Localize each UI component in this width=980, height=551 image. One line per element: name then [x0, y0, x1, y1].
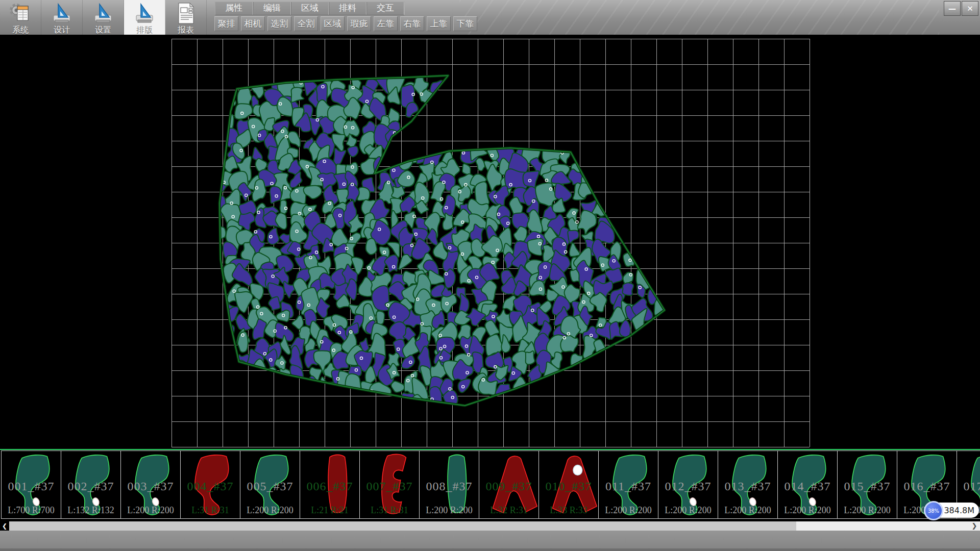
thumbnail-piece-15[interactable]: 015_#37L:200 R:200 [837, 450, 897, 519]
ruler-icon [50, 0, 74, 25]
piece-id-label: 015_#37 [838, 480, 897, 493]
thumbnail-piece-4[interactable]: 004_#37L:31 R:31 [180, 450, 240, 519]
scrollbar-thumb[interactable] [9, 521, 796, 531]
app-button-5[interactable]: 报表 [165, 0, 207, 35]
piece-id-label: 002_#37 [61, 480, 120, 493]
toolbar-texture [459, 0, 939, 35]
app-mode-bar: 系统设计设置排版报表 [0, 0, 207, 35]
minimize-button[interactable]: — [944, 1, 961, 16]
piece-id-label: 001_#37 [2, 480, 61, 493]
thumbnail-piece-9[interactable]: 009_#37L:32 R:31 [479, 450, 539, 519]
horizontal-scrollbar[interactable]: ❮ ❯ [0, 521, 980, 531]
piece-id-label: 004_#37 [181, 480, 240, 493]
menu-tab-1[interactable]: 属性 [215, 2, 253, 15]
scroll-left-arrow-icon[interactable]: ❮ [0, 521, 9, 531]
nested-pieces-layer [203, 69, 670, 419]
piece-lr-count: L:33 R:33 [539, 505, 598, 516]
tool-button-4[interactable]: 全割 [294, 16, 318, 31]
piece-id-label: 013_#37 [718, 480, 777, 493]
tool-button-1[interactable]: 聚排 [214, 16, 238, 31]
ruler-icon [133, 0, 156, 25]
nesting-drawing [0, 35, 980, 449]
application-window: 系统设计设置排版报表 属性编辑区域排料交互 聚排相机选割全割区域瑕疵左靠右靠上靠… [0, 0, 980, 551]
thumbnail-piece-5[interactable]: 005_#37L:200 R:200 [240, 450, 300, 519]
piece-lr-count: L:132 R:132 [61, 505, 120, 516]
app-button-3[interactable]: 设置 [83, 0, 124, 35]
tool-button-row: 聚排相机选割全割区域瑕疵左靠右靠上靠下靠 [214, 16, 477, 31]
system-icon [9, 0, 32, 25]
main-toolbar: 系统设计设置排版报表 属性编辑区域排料交互 聚排相机选割全割区域瑕疵左靠右靠上靠… [0, 0, 980, 35]
thumbnail-piece-14[interactable]: 014_#37L:200 R:200 [777, 450, 838, 519]
tool-button-8[interactable]: 右靠 [400, 16, 424, 31]
piece-id-label: 003_#37 [121, 480, 180, 493]
piece-id-label: 012_#37 [658, 480, 718, 493]
report-icon [174, 0, 198, 25]
ruler-icon [91, 0, 115, 25]
tool-button-5[interactable]: 区域 [321, 16, 345, 31]
tool-button-7[interactable]: 左靠 [374, 16, 398, 31]
piece-lr-count: L:200 R:200 [599, 505, 658, 516]
app-button-label: 设置 [95, 25, 111, 35]
piece-id-label: 011_#37 [599, 480, 658, 493]
app-button-1[interactable]: 系统 [0, 0, 41, 35]
piece-thumbnail-strip: 001_#37L:700 R:700002_#37L:132 R:132003_… [0, 449, 980, 521]
piece-lr-count: L:200 R:200 [658, 505, 718, 516]
piece-id-label: 014_#37 [778, 480, 837, 493]
tool-button-10[interactable]: 下靠 [453, 16, 477, 31]
piece-id-label: 017_#37 [957, 480, 980, 493]
thumbnail-piece-8[interactable]: 008_#37L:200 R:200 [419, 450, 479, 519]
menu-tab-bar: 属性编辑区域排料交互 [215, 2, 405, 15]
thumbnail-piece-7[interactable]: 007_#37L:31 R:31 [359, 450, 420, 519]
piece-lr-count: L:200 R:200 [718, 505, 777, 516]
menu-tab-4[interactable]: 排料 [329, 2, 366, 15]
piece-lr-count: L:200 R:200 [240, 505, 300, 516]
piece-lr-count: L:200 R:200 [121, 505, 180, 516]
piece-lr-count: L:32 R:31 [479, 505, 538, 516]
thumbnail-piece-2[interactable]: 002_#37L:132 R:132 [61, 450, 121, 519]
thumbnail-piece-11[interactable]: 011_#37L:200 R:200 [598, 450, 658, 519]
piece-id-label: 010_#37 [539, 480, 598, 493]
tool-button-3[interactable]: 选割 [267, 16, 291, 31]
piece-id-label: 006_#37 [300, 480, 359, 493]
thumbnail-piece-6[interactable]: 006_#37L:21 R:21 [300, 450, 360, 519]
nesting-canvas[interactable] [0, 35, 980, 449]
app-button-2[interactable]: 设计 [41, 0, 83, 35]
piece-id-label: 005_#37 [240, 480, 300, 493]
tool-button-2[interactable]: 相机 [241, 16, 265, 31]
piece-lr-count: L:700 R:700 [2, 505, 61, 516]
piece-id-label: 008_#37 [420, 480, 479, 493]
tool-button-6[interactable]: 瑕疵 [347, 16, 371, 31]
piece-lr-count: L:200 R:200 [778, 505, 837, 516]
app-button-label: 报表 [178, 25, 194, 35]
thumbnail-piece-10[interactable]: 010_#37L:33 R:33 [538, 450, 599, 519]
app-button-label: 排版 [136, 25, 153, 35]
close-button[interactable]: ✕ [962, 1, 978, 16]
menu-tab-2[interactable]: 编辑 [253, 2, 291, 15]
usage-percent-indicator: 38% [924, 501, 943, 520]
piece-id-label: 016_#37 [897, 480, 957, 493]
thumbnail-piece-12[interactable]: 012_#37L:200 R:200 [658, 450, 718, 519]
piece-lr-count: L:200 R:200 [838, 505, 897, 516]
menu-tab-3[interactable]: 区域 [291, 2, 329, 15]
app-button-label: 系统 [12, 25, 29, 35]
piece-id-label: 009_#37 [479, 480, 538, 493]
thumbnail-piece-1[interactable]: 001_#37L:700 R:700 [1, 450, 61, 519]
window-controls: — ✕ [944, 1, 978, 16]
piece-lr-count: L:21 R:21 [300, 505, 359, 516]
piece-id-label: 007_#37 [360, 480, 419, 493]
memory-usage-badge: 384.8M 38% [924, 501, 980, 520]
scroll-right-arrow-icon[interactable]: ❯ [970, 521, 979, 531]
thumbnail-piece-3[interactable]: 003_#37L:200 R:200 [120, 450, 181, 519]
piece-lr-count: L:200 R:200 [420, 505, 479, 516]
app-button-4[interactable]: 排版 [124, 0, 165, 35]
tool-button-9[interactable]: 上靠 [427, 16, 451, 31]
thumbnail-piece-13[interactable]: 013_#37L:200 R:200 [718, 450, 778, 519]
status-bar [0, 531, 980, 551]
piece-lr-count: L:31 R:31 [181, 505, 240, 516]
app-button-label: 设计 [54, 25, 70, 35]
menu-tab-5[interactable]: 交互 [366, 2, 404, 15]
piece-lr-count: L:31 R:31 [360, 505, 419, 516]
